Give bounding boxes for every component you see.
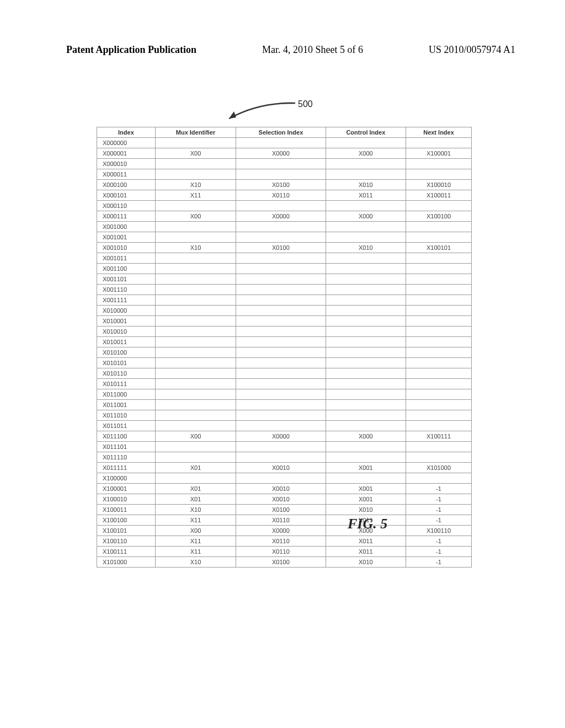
- table-row: X000101X11X0110X011X100011: [97, 190, 472, 201]
- table-cell: [326, 337, 406, 347]
- table-cell: X010011: [97, 337, 156, 347]
- table-cell: X01: [155, 463, 236, 473]
- table-cell: [326, 421, 406, 431]
- table-row: X011011: [97, 421, 472, 431]
- table-cell: X0000: [236, 148, 326, 159]
- table-cell: [406, 358, 472, 368]
- table-row: X000010: [97, 159, 472, 169]
- table-cell: X100110: [97, 536, 156, 547]
- table-cell: [326, 264, 406, 274]
- table-cell: [155, 473, 236, 484]
- table-cell: [155, 264, 236, 274]
- table-cell: [326, 232, 406, 243]
- table-cell: [326, 169, 406, 180]
- table-cell: [406, 274, 472, 285]
- table-cell: X101000: [406, 463, 472, 473]
- table-cell: [236, 316, 326, 326]
- table-cell: X11: [155, 515, 236, 526]
- table-cell: X0100: [236, 180, 326, 190]
- table-cell: X000111: [97, 211, 156, 222]
- table-cell: [155, 138, 236, 148]
- table-row: X000110: [97, 201, 472, 211]
- table-cell: [155, 306, 236, 316]
- table-cell: [326, 442, 406, 452]
- table-cell: X11: [155, 547, 236, 557]
- table-cell: -1: [406, 557, 472, 568]
- table-cell: -1: [406, 494, 472, 505]
- table-cell: [406, 316, 472, 326]
- header-left: Patent Application Publication: [66, 44, 196, 56]
- table-row: X000011: [97, 169, 472, 180]
- table-cell: [236, 285, 326, 295]
- table-cell: [326, 473, 406, 484]
- table-row: X011111X01X0010X001X101000: [97, 463, 472, 473]
- table-row: X100011X10X0100X010-1: [97, 505, 472, 515]
- table-cell: -1: [406, 505, 472, 515]
- table-row: X001010X10X0100X010X100101: [97, 243, 472, 253]
- table-cell: X001100: [97, 264, 156, 274]
- table-cell: X001010: [97, 243, 156, 253]
- table-cell: X010: [326, 180, 406, 190]
- table-row: X001000: [97, 222, 472, 232]
- table-cell: X010000: [97, 306, 156, 316]
- table-cell: X000110: [97, 201, 156, 211]
- table-cell: [406, 368, 472, 379]
- table-cell: [326, 379, 406, 389]
- table-cell: [326, 222, 406, 232]
- table-cell: X011101: [97, 442, 156, 452]
- table-row: X011010: [97, 410, 472, 421]
- table-cell: [406, 473, 472, 484]
- table-cell: X01: [155, 484, 236, 494]
- svg-marker-0: [229, 111, 236, 119]
- table-cell: X010: [326, 243, 406, 253]
- table-row: X100111X11X0110X011-1: [97, 547, 472, 557]
- table-cell: [236, 232, 326, 243]
- table-row: X010000: [97, 306, 472, 316]
- table-cell: [236, 347, 326, 358]
- table-cell: [406, 347, 472, 358]
- table-cell: [326, 201, 406, 211]
- table-cell: [155, 379, 236, 389]
- table-cell: X001101: [97, 274, 156, 285]
- table-cell: X0000: [236, 211, 326, 222]
- table-cell: [406, 306, 472, 316]
- table-cell: [236, 337, 326, 347]
- table-row: X001100: [97, 264, 472, 274]
- table-cell: X10: [155, 505, 236, 515]
- table-cell: X100011: [97, 505, 156, 515]
- table-cell: [155, 421, 236, 431]
- table-row: X001111: [97, 295, 472, 306]
- table-cell: [326, 410, 406, 421]
- table-cell: X100100: [97, 515, 156, 526]
- table-row: X000111X00X0000X000X100100: [97, 211, 472, 222]
- table-cell: X0010: [236, 484, 326, 494]
- col-next-index: Next Index: [406, 127, 472, 138]
- table-cell: X00: [155, 211, 236, 222]
- table-cell: [236, 295, 326, 306]
- table-row: X010101: [97, 358, 472, 368]
- table-cell: X0000: [236, 526, 326, 536]
- table-cell: [236, 264, 326, 274]
- table-cell: [236, 253, 326, 264]
- table-cell: -1: [406, 515, 472, 526]
- table-cell: [406, 400, 472, 410]
- col-control-index: Control Index: [326, 127, 406, 138]
- table-cell: [236, 159, 326, 169]
- table-cell: X0110: [236, 536, 326, 547]
- table-cell: X00: [155, 526, 236, 536]
- table-cell: [155, 253, 236, 264]
- table-row: X011110: [97, 452, 472, 463]
- table-cell: [236, 421, 326, 431]
- table-cell: X100100: [406, 211, 472, 222]
- header-mid: Mar. 4, 2010 Sheet 5 of 6: [262, 44, 363, 56]
- table-cell: X100101: [97, 526, 156, 536]
- table-cell: [326, 452, 406, 463]
- table-cell: [236, 379, 326, 389]
- table-cell: [406, 295, 472, 306]
- table-row: X001011: [97, 253, 472, 264]
- table-cell: [406, 169, 472, 180]
- table-row: X000000: [97, 138, 472, 148]
- table-cell: [236, 389, 326, 400]
- table-cell: [326, 316, 406, 326]
- table-row: X100110X11X0110X011-1: [97, 536, 472, 547]
